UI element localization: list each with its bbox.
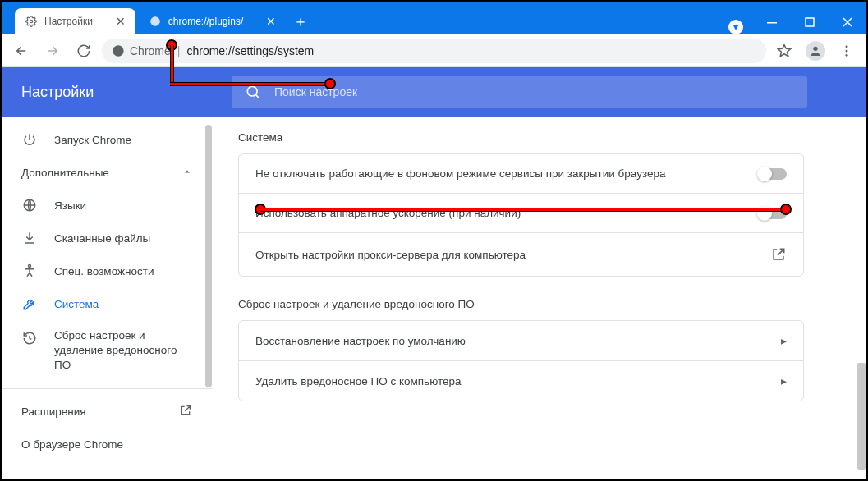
accessibility-icon [21,263,38,279]
window-controls [753,10,866,34]
chevron-up-icon [182,167,192,179]
row-proxy-settings[interactable]: Открыть настройки прокси-сервера для ком… [239,232,803,276]
svg-point-6 [846,45,848,48]
browser-window: Настройки ✕ chrome://plugins/ ✕ ＋ ▾ [0,0,868,481]
minimize-button[interactable] [753,10,791,34]
settings-main: Система Не отключать работающие в фоново… [212,117,866,479]
page-title: Настройки [2,84,232,101]
close-icon[interactable]: ✕ [266,15,276,28]
row-restore-defaults[interactable]: Восстановление настроек по умолчанию ▸ [239,321,803,360]
toggle-switch[interactable] [759,208,787,219]
maximize-button[interactable] [791,10,829,34]
sidebar-item-label: О браузере Chrome [21,438,123,451]
row-label: Не отключать работающие в фоновом режиме… [255,167,665,180]
close-window-button[interactable] [829,10,866,34]
svg-point-0 [30,20,33,23]
title-bar: Настройки ✕ chrome://plugins/ ✕ ＋ ▾ [2,2,866,34]
card-system: Не отключать работающие в фоновом режиме… [238,153,804,277]
row-background-apps[interactable]: Не отключать работающие в фоновом режиме… [239,154,803,193]
row-cleanup-computer[interactable]: Удалить вредоносное ПО с компьютера ▸ [239,360,803,401]
site-security-label: Chrome [130,44,171,57]
divider [2,388,212,389]
svg-point-9 [247,86,257,96]
svg-point-8 [846,53,848,56]
sidebar-item-label: Спец. возможности [54,265,154,277]
sidebar-group-advanced[interactable]: Дополнительные [2,156,212,189]
settings-sidebar: Запуск Chrome Дополнительные Языки Скача… [2,117,212,479]
close-icon[interactable]: ✕ [116,15,126,28]
sidebar-item-label: Запуск Chrome [54,134,131,146]
wrench-icon [21,295,38,312]
sidebar-item-label: Сброс настроек и удаление вредоносного П… [54,328,186,373]
update-badge-icon[interactable]: ▾ [728,20,743,34]
section-title-system: Система [238,131,804,144]
chevron-right-icon: ▸ [781,334,787,347]
new-tab-button[interactable]: ＋ [289,10,312,33]
sidebar-item-label: Языки [54,199,86,212]
forward-button[interactable] [39,38,66,64]
main-scrollbar[interactable] [857,117,866,479]
search-icon [245,84,261,100]
row-label: Открыть настройки прокси-сервера для ком… [255,249,526,261]
sidebar-group-label: Дополнительные [21,167,109,179]
sidebar-item-on-startup[interactable]: Запуск Chrome [2,123,212,156]
tab-strip: Настройки ✕ chrome://plugins/ ✕ ＋ [2,2,728,34]
restore-icon [21,330,38,346]
sidebar-item-reset[interactable]: Сброс настроек и удаление вредоносного П… [2,320,212,382]
sidebar-item-label: Расширения [21,405,86,418]
open-external-icon [770,246,787,263]
reload-button[interactable] [71,38,97,64]
kebab-menu-icon[interactable] [834,38,860,64]
tab-settings[interactable]: Настройки ✕ [15,8,135,34]
sidebar-item-system[interactable]: Система [2,287,212,320]
tab-plugins[interactable]: chrome://plugins/ ✕ [139,8,286,34]
download-icon [21,230,38,246]
svg-point-11 [29,265,31,268]
globe-icon [21,197,38,213]
section-title-reset: Сброс настроек и удаление вредоносного П… [238,298,804,310]
sidebar-item-languages[interactable]: Языки [2,189,212,222]
address-bar: Chrome | chrome://settings/system [2,34,866,67]
settings-page: Настройки Запуск Chrome Дополнительные [2,67,866,479]
sidebar-item-label: Скачанные файлы [54,232,150,245]
search-input[interactable] [274,85,794,98]
row-label: Удалить вредоносное ПО с компьютера [255,375,462,387]
settings-header: Настройки [2,67,866,117]
power-icon [21,131,38,148]
profile-avatar-button[interactable] [802,38,829,64]
settings-search[interactable] [232,76,807,108]
sidebar-item-downloads[interactable]: Скачанные файлы [2,222,212,254]
row-label: Использовать аппаратное ускорение (при н… [255,207,521,219]
back-button[interactable] [8,38,34,64]
svg-point-5 [813,46,817,50]
toggle-switch[interactable] [759,168,787,180]
row-hardware-accel[interactable]: Использовать аппаратное ускорение (при н… [239,193,803,232]
svg-rect-2 [767,22,777,24]
sidebar-item-about[interactable]: О браузере Chrome [2,428,212,461]
url-text: chrome://settings/system [186,44,314,57]
sidebar-item-accessibility[interactable]: Спец. возможности [2,254,212,287]
card-reset: Восстановление настроек по умолчанию ▸ У… [238,320,804,401]
open-external-icon [179,404,192,419]
row-label: Восстановление настроек по умолчанию [255,335,466,347]
tab-title: chrome://plugins/ [168,16,243,27]
tab-title: Настройки [44,16,93,27]
sidebar-item-extensions[interactable]: Расширения [2,396,212,428]
bookmark-star-icon[interactable] [771,38,797,64]
globe-icon [149,15,162,28]
chevron-right-icon: ▸ [781,374,787,387]
svg-rect-3 [806,18,814,26]
site-security-chip[interactable]: Chrome [112,44,171,57]
svg-point-4 [113,45,123,56]
svg-point-7 [846,49,848,52]
sidebar-scrollbar[interactable] [205,125,212,471]
omnibox[interactable]: Chrome | chrome://settings/system [102,39,766,63]
sidebar-item-label: Система [54,298,99,310]
gear-icon [25,15,38,28]
